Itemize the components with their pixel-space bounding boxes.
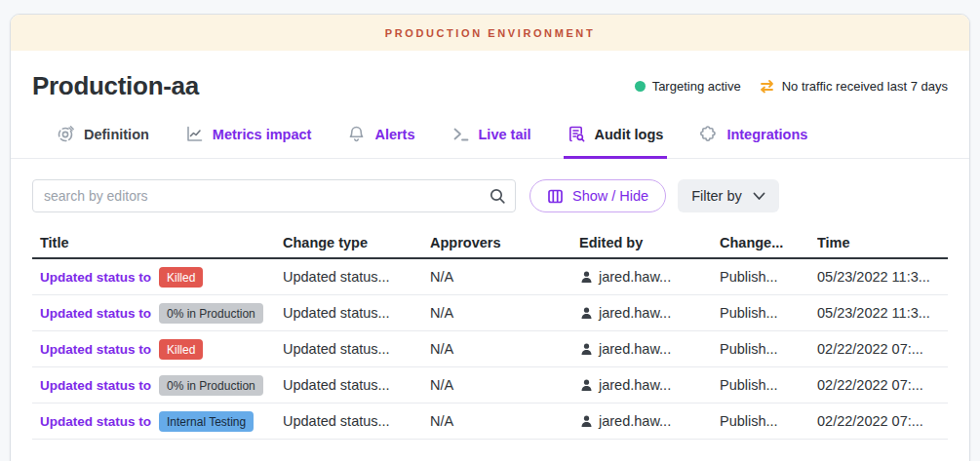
edited-by-text: jared.haw...: [599, 305, 671, 321]
column-header-approvers[interactable]: Approvers: [430, 235, 579, 250]
edited-by-text: jared.haw...: [599, 269, 671, 285]
change-cell: Publish...: [720, 377, 817, 393]
change-cell: Publish...: [720, 413, 817, 429]
person-icon: [579, 342, 594, 357]
table-row[interactable]: Updated status to Killed Updated status.…: [32, 331, 948, 367]
row-title-link[interactable]: Updated status to: [40, 306, 151, 321]
tab-audit-logs[interactable]: Audit logs: [566, 115, 666, 158]
change-type-cell: Updated status...: [283, 305, 430, 321]
title-cell: Updated status to Killed: [32, 339, 283, 360]
change-type-cell: Updated status...: [283, 413, 430, 429]
table-body: Updated status to Killed Updated status.…: [32, 259, 948, 440]
title-cell: Updated status to Internal Testing: [32, 411, 283, 432]
bell-icon: [347, 125, 366, 143]
approvers-cell: N/A: [430, 377, 579, 393]
title-cell: Updated status to 0% in Production: [32, 303, 283, 324]
edited-by-text: jared.haw...: [599, 413, 671, 429]
page-title: Production-aa: [32, 71, 199, 101]
approvers-cell: N/A: [430, 269, 579, 285]
time-cell: 05/23/2022 11:3...: [817, 269, 948, 285]
edited-by-cell: jared.haw...: [579, 341, 720, 357]
tab-label: Alerts: [374, 127, 414, 142]
edited-by-cell: jared.haw...: [579, 305, 720, 321]
show-hide-button[interactable]: Show / Hide: [529, 179, 666, 212]
tab-bar: Definition Metrics impact Alerts Live ta…: [11, 113, 969, 159]
table-row[interactable]: Updated status to Killed Updated status.…: [32, 259, 948, 295]
tab-integrations[interactable]: Integrations: [697, 115, 809, 158]
tab-live-tail[interactable]: Live tail: [450, 115, 533, 158]
traffic-status-label: No traffic received last 7 days: [782, 79, 948, 94]
search-input[interactable]: [32, 179, 516, 212]
audit-log-table: Title Change type Approvers Edited by Ch…: [32, 227, 948, 440]
person-icon: [579, 378, 594, 393]
column-header-title[interactable]: Title: [32, 235, 283, 250]
status-badge: Internal Testing: [159, 411, 254, 432]
person-icon: [579, 414, 594, 429]
person-icon: [579, 270, 594, 285]
tab-definition[interactable]: Definition: [55, 115, 151, 158]
table-row[interactable]: Updated status to 0% in Production Updat…: [32, 295, 948, 331]
column-header-change[interactable]: Change...: [720, 235, 817, 250]
edited-by-text: jared.haw...: [599, 377, 671, 393]
tab-label: Integrations: [726, 127, 807, 142]
search-field-wrap: [32, 179, 516, 212]
column-header-edited-by[interactable]: Edited by: [579, 235, 720, 250]
table-toolbar: Show / Hide Filter by: [11, 159, 969, 212]
document-search-icon: [568, 125, 586, 143]
target-icon: [57, 125, 75, 143]
table-row[interactable]: Updated status to Internal Testing Updat…: [32, 403, 948, 440]
row-title-link[interactable]: Updated status to: [40, 270, 151, 285]
tab-alerts[interactable]: Alerts: [345, 115, 416, 158]
banner-label: PRODUCTION ENVIRONMENT: [385, 27, 595, 39]
status-badge: Killed: [159, 267, 203, 288]
edited-by-cell: jared.haw...: [579, 377, 720, 393]
row-title-link[interactable]: Updated status to: [40, 378, 151, 393]
line-chart-icon: [185, 125, 204, 143]
change-type-cell: Updated status...: [283, 341, 430, 357]
edited-by-text: jared.haw...: [599, 341, 671, 357]
title-cell: Updated status to Killed: [32, 267, 283, 288]
approvers-cell: N/A: [430, 305, 579, 321]
row-title-link[interactable]: Updated status to: [40, 414, 151, 429]
status-badge: 0% in Production: [159, 375, 263, 396]
tab-label: Audit logs: [595, 127, 664, 142]
tab-metrics-impact[interactable]: Metrics impact: [183, 115, 314, 158]
change-cell: Publish...: [720, 341, 817, 357]
filter-by-button[interactable]: Filter by: [678, 179, 779, 212]
page-header: Production-aa Targeting active No traffi…: [11, 51, 969, 113]
time-cell: 02/22/2022 07:...: [817, 377, 948, 393]
approvers-cell: N/A: [430, 341, 579, 357]
row-title-link[interactable]: Updated status to: [40, 342, 151, 357]
status-badge: Killed: [159, 339, 203, 360]
table-header-row: Title Change type Approvers Edited by Ch…: [32, 227, 948, 259]
title-cell: Updated status to 0% in Production: [32, 375, 283, 396]
traffic-arrows-icon: [759, 79, 775, 94]
time-cell: 05/23/2022 11:3...: [817, 305, 948, 321]
search-icon: [489, 187, 506, 205]
tab-label: Live tail: [479, 127, 531, 142]
change-cell: Publish...: [720, 305, 817, 321]
tab-label: Metrics impact: [213, 127, 312, 142]
table-row[interactable]: Updated status to 0% in Production Updat…: [32, 367, 948, 403]
approvers-cell: N/A: [430, 413, 579, 429]
edited-by-cell: jared.haw...: [579, 413, 720, 429]
green-status-dot-icon: [635, 81, 646, 92]
change-type-cell: Updated status...: [283, 377, 430, 393]
status-badge: 0% in Production: [159, 303, 263, 324]
column-header-time[interactable]: Time: [817, 235, 948, 250]
traffic-status: No traffic received last 7 days: [759, 79, 948, 94]
columns-icon: [547, 188, 564, 205]
production-environment-banner: PRODUCTION ENVIRONMENT: [11, 15, 969, 51]
change-type-cell: Updated status...: [283, 269, 430, 285]
targeting-status: Targeting active: [635, 79, 741, 94]
terminal-icon: [451, 125, 470, 143]
chevron-down-icon: [753, 192, 765, 201]
change-cell: Publish...: [720, 269, 817, 285]
puzzle-icon: [699, 125, 718, 143]
show-hide-label: Show / Hide: [572, 188, 648, 204]
column-header-change-type[interactable]: Change type: [283, 235, 430, 250]
time-cell: 02/22/2022 07:...: [817, 341, 948, 357]
tab-label: Definition: [84, 127, 149, 142]
environment-card: PRODUCTION ENVIRONMENT Production-aa Tar…: [10, 14, 970, 461]
filter-by-label: Filter by: [691, 188, 742, 204]
